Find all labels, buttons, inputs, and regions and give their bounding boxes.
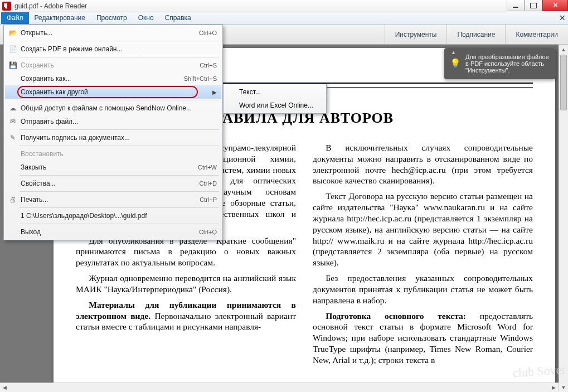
menu-item-icon: ✎ — [7, 134, 18, 142]
menu-item-label: Закрыть — [18, 163, 198, 171]
paragraph: Без предоставления указанных сопроводите… — [313, 273, 533, 306]
menu-item-label: Сохранить как... — [18, 75, 184, 83]
menu-item-shortcut: Ctrl+S — [200, 62, 217, 69]
menu-item: 💾СохранитьCtrl+S — [5, 59, 221, 72]
menu-item-icon: 🖨 — [7, 196, 18, 204]
bold-text: Подготовка основного текста: — [326, 311, 466, 321]
scroll-down-icon[interactable]: ▼ — [559, 383, 568, 392]
menu-item-shortcut: Ctrl+P — [200, 196, 217, 203]
menu-item[interactable]: Сохранить как...Shift+Ctrl+S — [5, 72, 221, 85]
menu-item: Восстановить — [5, 147, 221, 161]
vertical-scrollbar[interactable]: ▲ ▼ — [559, 45, 568, 392]
menu-file[interactable]: Файл — [1, 12, 29, 24]
menu-item-label: Сохранить как другой — [18, 88, 209, 96]
scroll-right-icon[interactable]: ▶ — [549, 383, 559, 392]
menu-item[interactable]: ВыходCtrl+Q — [5, 225, 221, 239]
menu-item-label: 1 C:\Users\эльдорадо\Desktop\...\guid.pd… — [18, 212, 217, 220]
paragraph: В исключительных случаях сопроводительны… — [313, 142, 533, 186]
menu-item-shortcut: Ctrl+D — [200, 180, 217, 187]
menu-item-label: Отправить файл... — [18, 118, 217, 125]
menu-item-label: Создать PDF в режиме онлайн... — [18, 45, 217, 53]
menu-item-icon: 💾 — [7, 61, 18, 69]
adobe-reader-icon — [2, 2, 11, 11]
menu-window[interactable]: Окно — [133, 12, 159, 24]
maximize-button[interactable] — [525, 0, 542, 11]
menu-item-label: Сохранить — [18, 61, 200, 69]
paragraph: Журнал одновременно переводится на англи… — [76, 273, 296, 295]
menu-help[interactable]: Справка — [159, 12, 197, 24]
scroll-thumb[interactable] — [560, 55, 567, 110]
window-controls — [507, 0, 568, 11]
menu-item-label: Получить подпись на документах... — [18, 134, 217, 142]
column-right: В исключительных случаях сопроводительны… — [313, 142, 533, 370]
menu-item[interactable]: ☁Общий доступ к файлам с помощью SendNow… — [5, 101, 221, 115]
menu-item[interactable]: 📄Создать PDF в режиме онлайн... — [5, 42, 221, 56]
menu-item[interactable]: 🖨Печать...Ctrl+P — [5, 193, 221, 206]
close-button[interactable] — [542, 0, 568, 11]
menu-item-shortcut: Ctrl+O — [199, 30, 217, 36]
minimize-button[interactable] — [507, 0, 525, 11]
scroll-left-icon[interactable]: ◀ — [0, 383, 9, 392]
window-title: guid.pdf - Adobe Reader — [14, 2, 87, 10]
menu-item-shortcut: Ctrl+W — [198, 164, 217, 171]
menu-item[interactable]: 1 C:\Users\эльдорадо\Desktop\...\guid.pd… — [5, 209, 221, 222]
menu-item[interactable]: 📂Открыть...Ctrl+O — [5, 26, 221, 40]
close-document-button[interactable]: ✕ — [559, 13, 566, 22]
menu-item-label: Общий доступ к файлам с помощью SendNow … — [18, 104, 217, 112]
menu-edit[interactable]: Редактирование — [29, 12, 91, 24]
menu-item-icon: 📂 — [7, 29, 18, 37]
menu-item-icon: ☁ — [7, 104, 18, 112]
right-panels: Инструменты Подписание Комментарии — [385, 25, 568, 44]
menu-item-icon: 📄 — [7, 45, 18, 53]
menu-item[interactable]: ✉Отправить файл... — [5, 115, 221, 128]
hint-tooltip: ▴ 💡 Для преобразования файлов в PDF испо… — [444, 48, 556, 79]
menu-item[interactable]: ✎Получить подпись на документах... — [5, 131, 221, 144]
titlebar: guid.pdf - Adobe Reader — [0, 0, 568, 12]
chevron-right-icon: ▶ — [212, 89, 217, 95]
menu-item-label: Открыть... — [18, 29, 199, 37]
menu-item-label: Свойства... — [18, 180, 200, 187]
scroll-up-icon[interactable]: ▲ — [559, 45, 568, 54]
lightbulb-icon: 💡 — [450, 58, 461, 69]
panel-comments[interactable]: Комментарии — [505, 25, 568, 44]
horizontal-scrollbar[interactable]: ◀ ▶ — [0, 383, 559, 392]
paragraph: Подготовка основного текста: предоставля… — [313, 311, 533, 366]
menu-item[interactable]: Сохранить как другой▶ — [5, 85, 221, 99]
menu-item-icon: ✉ — [7, 118, 18, 125]
panel-tools[interactable]: Инструменты — [385, 25, 447, 44]
menu-item[interactable]: ЗакрытьCtrl+W — [5, 161, 221, 174]
save-as-other-submenu: Текст...Word или Excel Online... — [223, 84, 327, 114]
menu-item-shortcut: Shift+Ctrl+S — [184, 75, 217, 82]
menu-item-shortcut: Ctrl+Q — [199, 229, 217, 235]
paragraph: Текст Договора на русскую версию статьи … — [313, 191, 533, 268]
menubar: Файл Редактирование Просмотр Окно Справк… — [0, 12, 568, 25]
menu-item-label: Печать... — [18, 196, 200, 204]
chevron-up-icon: ▴ — [452, 49, 455, 55]
menu-item-label: Выход — [18, 228, 199, 236]
file-menu-dropdown: 📂Открыть...Ctrl+O📄Создать PDF в режиме о… — [3, 25, 223, 240]
panel-sign[interactable]: Подписание — [446, 25, 505, 44]
tooltip-text: Для преобразования файлов в PDF использу… — [465, 54, 549, 74]
menu-item[interactable]: Свойства...Ctrl+D — [5, 177, 221, 190]
menu-item-label: Восстановить — [18, 150, 217, 158]
submenu-item[interactable]: Текст... — [225, 85, 325, 99]
submenu-item[interactable]: Word или Excel Online... — [225, 99, 325, 112]
menu-view[interactable]: Просмотр — [91, 12, 133, 24]
paragraph: Материалы для публикации принимаются в э… — [76, 299, 296, 332]
